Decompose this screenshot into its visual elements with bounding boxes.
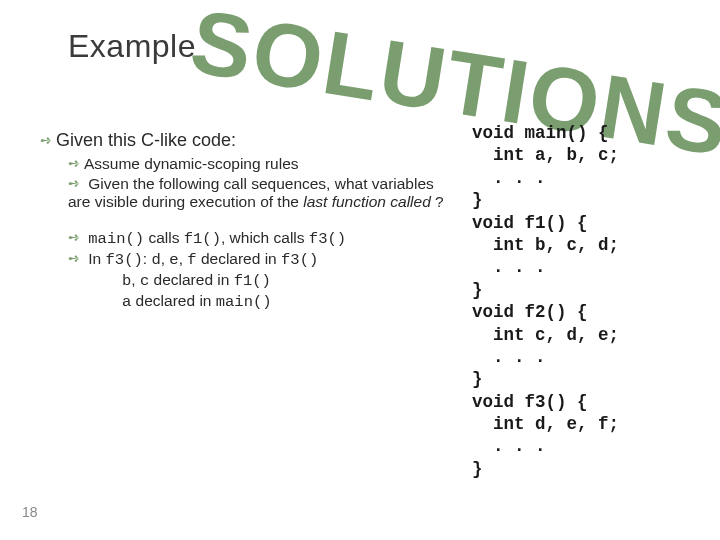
body-left-column: Given this C-like code: Assume dynamic-s… — [40, 130, 450, 329]
code-inline: d — [151, 251, 160, 269]
slide: SOLUTIONS Example Given this C-like code… — [0, 0, 720, 540]
bullet-bc-f1: b, c declared in f1() — [122, 271, 450, 290]
sub-group-2: main() calls f1(), which calls f3() In f… — [40, 229, 450, 311]
code-inline: f3() — [281, 251, 318, 269]
code-inline: main() — [216, 293, 272, 311]
text-fragment: ? — [431, 193, 444, 210]
bullet-call-chain: main() calls f1(), which calls f3() — [68, 229, 450, 248]
code-inline: f3() — [309, 230, 346, 248]
text-fragment: In — [88, 250, 105, 267]
slide-title: Example — [68, 28, 196, 65]
text-fragment: , — [131, 271, 140, 288]
slide-number: 18 — [22, 504, 38, 520]
text-fragment: declared in — [131, 292, 215, 309]
bullet-in-f3: In f3(): d, e, f declared in f3() — [68, 250, 450, 269]
bullet-a-main: a declared in main() — [122, 292, 450, 311]
code-inline: e — [169, 251, 178, 269]
text-fragment: declared in — [149, 271, 233, 288]
title-row: Example — [68, 28, 196, 65]
bullet-assume: Assume dynamic-scoping rules — [68, 155, 450, 173]
code-inline: f3() — [106, 251, 143, 269]
code-inline: a — [122, 293, 131, 311]
text-fragment: calls — [144, 229, 184, 246]
text-fragment: , — [179, 250, 188, 267]
code-inline: c — [140, 272, 149, 290]
text-fragment: , which calls — [221, 229, 309, 246]
code-block: void main() { int a, b, c; . . . } void … — [472, 122, 712, 480]
bullet-given-seq: Given the following call sequences, what… — [68, 175, 450, 211]
code-inline: f1() — [234, 272, 271, 290]
text-fragment: declared in — [197, 250, 281, 267]
code-inline: f1() — [184, 230, 221, 248]
italic-phrase: last function called — [303, 193, 431, 210]
code-inline: main() — [88, 230, 144, 248]
bullet-lvl1: Given this C-like code: — [40, 130, 450, 151]
code-inline: f — [187, 251, 196, 269]
sub-group-1: Assume dynamic-scoping rules Given the f… — [40, 155, 450, 211]
code-inline: b — [122, 272, 131, 290]
